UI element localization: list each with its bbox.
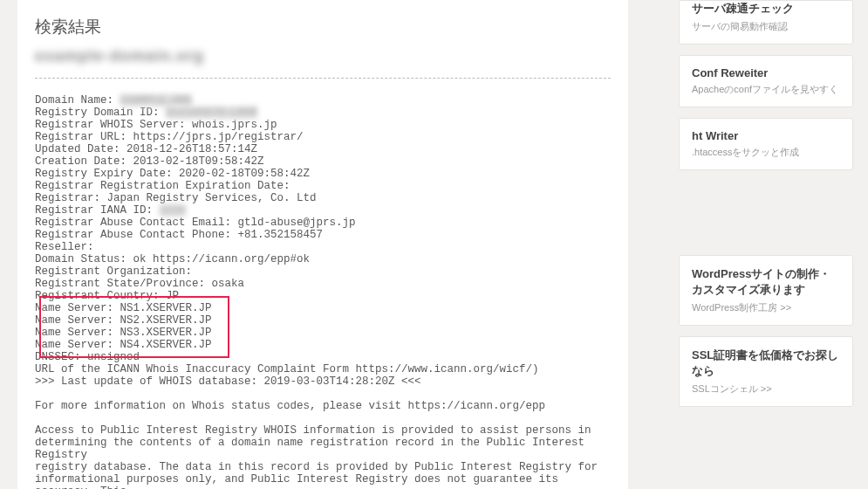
blurred-value: D12345678-LROR [166, 107, 257, 119]
card-title: WordPressサイトの制作・カスタマイズ承ります [692, 266, 840, 298]
whois-line: Registrar WHOIS Server: whois.jprs.jp [35, 119, 277, 131]
whois-line: determining the contents of a domain nam… [35, 437, 591, 461]
whois-line: informational purposes only, and Public … [35, 473, 565, 489]
whois-line: Registrar Registration Expiration Date: [35, 180, 290, 192]
card-desc: SSLコンシェル >> [692, 382, 840, 396]
whois-line: For more information on Whois status cod… [35, 400, 545, 412]
card-desc: サーバの簡易動作確認 [692, 20, 840, 33]
sidebar-card-server-check[interactable]: サーバ疎通チェック サーバの簡易動作確認 [679, 0, 853, 45]
whois-line: Name Server: NS3.XSERVER.JP [35, 327, 212, 339]
whois-line: Name Server: NS2.XSERVER.JP [35, 314, 212, 327]
whois-line: Registrar URL: https://jprs.jp/registrar… [35, 131, 304, 143]
page-title: 検索結果 [35, 16, 611, 38]
card-title: Conf Reweiter [692, 66, 840, 79]
blurred-value: 1234 [160, 204, 186, 217]
card-desc: .htaccessをサクッと作成 [692, 146, 840, 159]
whois-line: Reseller: [35, 241, 94, 253]
whois-line: Registrar Abuse Contact Phone: +81.35215… [35, 229, 323, 241]
whois-line: Domain Name: [35, 94, 120, 107]
blurred-value: EXAMPLE.ORG [120, 94, 193, 107]
card-title: ht Writer [692, 129, 840, 142]
whois-line: Access to Public Interest Registry WHOIS… [35, 424, 591, 437]
divider [35, 78, 611, 79]
spacer [679, 181, 853, 255]
card-desc: WordPress制作工房 >> [692, 301, 840, 314]
sidebar-card-ht-writer[interactable]: ht Writer .htaccessをサクッと作成 [679, 118, 853, 170]
whois-line: Registrant Organization: [35, 265, 192, 278]
whois-line: >>> Last update of WHOIS database: 2019-… [35, 375, 421, 388]
whois-line: Registrant State/Province: osaka [35, 278, 244, 290]
whois-line: Registry Expiry Date: 2020-02-18T09:58:4… [35, 168, 310, 180]
whois-line: URL of the ICANN Whois Inaccuracy Compla… [35, 363, 539, 375]
whois-line: Updated Date: 2018-12-26T18:57:14Z [35, 143, 257, 155]
sidebar-card-wordpress[interactable]: WordPressサイトの制作・カスタマイズ承ります WordPress制作工房… [679, 255, 853, 326]
whois-line: Registrant Country: JP [35, 290, 179, 302]
whois-line: Registrar IANA ID: [35, 204, 160, 217]
whois-line: registry database. The data in this reco… [35, 461, 598, 473]
sidebar-card-conf-rewriter[interactable]: Conf Reweiter Apacheのconfファイルを見やすく [679, 55, 853, 107]
whois-line: Name Server: NS4.XSERVER.JP [35, 339, 212, 351]
whois-output: Domain Name: EXAMPLE.ORG Registry Domain… [35, 94, 611, 489]
whois-line: Registrar Abuse Contact Email: gtld-abus… [35, 217, 356, 229]
main-content: 検索結果 example-domain.org Domain Name: EXA… [17, 0, 628, 489]
card-title: SSL証明書を低価格でお探しなら [692, 348, 840, 379]
sidebar: サーバ疎通チェック サーバの簡易動作確認 Conf Reweiter Apach… [679, 0, 853, 417]
searched-domain-blurred: example-domain.org [35, 47, 611, 65]
sidebar-card-ssl[interactable]: SSL証明書を低価格でお探しなら SSLコンシェル >> [679, 336, 853, 407]
whois-line: Creation Date: 2013-02-18T09:58:42Z [35, 155, 264, 168]
whois-line: Registry Domain ID: [35, 107, 166, 119]
whois-line: DNSSEC: unsigned [35, 351, 140, 363]
whois-line: Domain Status: ok https://icann.org/epp#… [35, 253, 310, 265]
card-desc: Apacheのconfファイルを見やすく [692, 83, 840, 96]
card-title: サーバ疎通チェック [692, 1, 840, 17]
whois-line: Registrar: Japan Registry Services, Co. … [35, 192, 317, 204]
whois-line: Name Server: NS1.XSERVER.JP [35, 302, 212, 314]
